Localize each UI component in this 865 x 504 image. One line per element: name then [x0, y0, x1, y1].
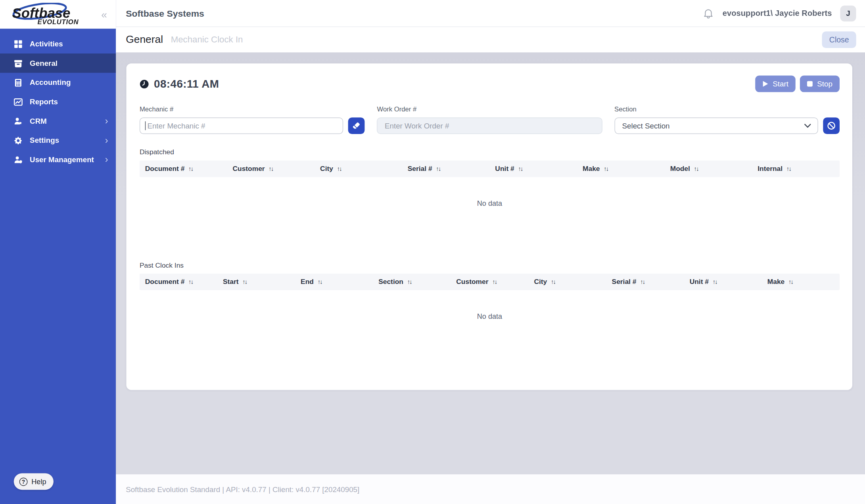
chevron-right-icon: › [105, 155, 108, 165]
work-order-field-group: Work Order # [377, 105, 602, 134]
section-label: Section [614, 105, 840, 113]
sort-icon: ↑↓ [269, 165, 273, 172]
column-header[interactable]: Serial #↑↓ [402, 165, 490, 172]
avatar[interactable]: J [840, 5, 856, 21]
sidebar-item-label: Settings [30, 136, 59, 145]
dispatched-table-header: Document #↑↓ Customer↑↓ City↑↓ Serial #↑… [140, 161, 840, 177]
mechanic-input[interactable] [140, 117, 343, 134]
column-header[interactable]: Customer↑↓ [451, 278, 528, 286]
dispatched-title: Dispatched [140, 148, 840, 156]
dispatched-section: Dispatched Document #↑↓ Customer↑↓ City↑… [140, 148, 840, 229]
close-button[interactable]: Close [822, 31, 856, 48]
top-header: Softbase Systems evosupport1\ Jaycie Rob… [116, 0, 865, 27]
chevron-down-icon [804, 124, 811, 128]
notification-bell-icon[interactable] [702, 7, 714, 19]
header-right: evosupport1\ Jaycie Roberts J [702, 5, 856, 21]
logo-area: Softbase EVOLUTION « [0, 0, 116, 29]
eraser-icon [352, 121, 361, 130]
column-header[interactable]: Document #↑↓ [140, 165, 227, 172]
sort-icon: ↑↓ [407, 278, 412, 285]
version-info: Softbase Evolution Standard | API: v4.0.… [126, 485, 359, 493]
sidebar-item-settings[interactable]: Settings › [0, 131, 116, 150]
past-clock-ins-empty-state: No data [140, 290, 840, 343]
work-order-label: Work Order # [377, 105, 602, 113]
column-header[interactable]: City↑↓ [315, 165, 402, 172]
column-header[interactable]: Start↑↓ [217, 278, 295, 286]
column-header[interactable]: Internal↑↓ [752, 165, 840, 172]
softbase-logo: Softbase EVOLUTION [11, 3, 87, 26]
mechanic-field-group: Mechanic # [140, 105, 365, 134]
sort-icon: ↑↓ [436, 165, 440, 172]
ban-icon [827, 121, 836, 130]
sort-icon: ↑↓ [188, 278, 193, 285]
column-header[interactable]: City↑↓ [529, 278, 606, 286]
footer: Softbase Evolution Standard | API: v4.0.… [116, 474, 865, 504]
chart-icon [13, 97, 23, 107]
app-window: Softbase EVOLUTION « Activities General [0, 0, 865, 504]
sort-icon: ↑↓ [492, 278, 497, 285]
user-menu[interactable]: evosupport1\ Jaycie Roberts [723, 9, 832, 17]
column-header[interactable]: Unit #↑↓ [489, 165, 577, 172]
sidebar-item-reports[interactable]: Reports [0, 92, 116, 111]
sidebar-item-accounting[interactable]: Accounting [0, 73, 116, 92]
stop-label: Stop [817, 80, 832, 88]
help-label: Help [31, 477, 46, 486]
sidebar-item-activities[interactable]: Activities [0, 34, 116, 54]
start-label: Start [773, 80, 788, 88]
mechanic-label: Mechanic # [140, 105, 365, 113]
help-button[interactable]: ? Help [14, 473, 54, 490]
sort-icon: ↑↓ [788, 278, 793, 285]
chevron-right-icon: › [105, 116, 108, 126]
sidebar-item-label: CRM [30, 117, 47, 125]
archive-icon [13, 58, 23, 68]
sidebar: Softbase EVOLUTION « Activities General [0, 0, 116, 504]
sort-icon: ↑↓ [188, 165, 193, 172]
user-shield-icon [13, 155, 23, 165]
stop-button[interactable]: Stop [800, 76, 840, 92]
section-select[interactable]: Select Section [614, 117, 818, 134]
sidebar-item-label: Accounting [30, 79, 71, 87]
sort-icon: ↑↓ [694, 165, 698, 172]
sort-icon: ↑↓ [318, 278, 322, 285]
sort-icon: ↑↓ [604, 165, 608, 172]
sidebar-item-label: Reports [30, 98, 58, 106]
app-title: Softbase Systems [126, 8, 204, 18]
clock-in-form: Mechanic # Work Order # [140, 105, 840, 134]
sidebar-collapse-icon[interactable]: « [99, 8, 109, 21]
column-header[interactable]: Customer↑↓ [227, 165, 315, 172]
clear-mechanic-button[interactable] [348, 117, 365, 134]
question-circle-icon: ? [19, 477, 28, 486]
sidebar-item-general[interactable]: General [0, 54, 116, 73]
column-header[interactable]: Serial #↑↓ [606, 278, 684, 286]
section-select-value: Select Section [622, 122, 670, 130]
column-header[interactable]: Section↑↓ [373, 278, 451, 286]
column-header[interactable]: End↑↓ [295, 278, 373, 286]
column-header[interactable]: Document #↑↓ [140, 278, 217, 286]
column-header[interactable]: Make↑↓ [762, 278, 840, 286]
cancel-section-button[interactable] [823, 117, 840, 134]
column-header[interactable]: Make↑↓ [577, 165, 665, 172]
column-header[interactable]: Unit #↑↓ [684, 278, 762, 286]
gear-icon [13, 136, 23, 145]
work-order-input[interactable] [377, 117, 602, 134]
dispatched-empty-state: No data [140, 177, 840, 229]
breadcrumb-section: General [126, 34, 163, 46]
content-area: 08:46:11 AM Start Stop Mechanic # [116, 52, 865, 474]
breadcrumb-page: Mechanic Clock In [171, 35, 243, 45]
sidebar-nav: Activities General Accounting Reports [0, 29, 116, 169]
sidebar-item-user-management[interactable]: User Management › [0, 150, 116, 169]
past-clock-ins-table-header: Document #↑↓ Start↑↓ End↑↓ Section↑↓ Cus… [140, 274, 840, 290]
sidebar-item-label: General [30, 59, 58, 67]
text-caret [145, 121, 146, 130]
crm-user-icon [13, 116, 23, 126]
sort-icon: ↑↓ [713, 278, 717, 285]
past-clock-ins-section: Past Clock Ins Document #↑↓ Start↑↓ End↑… [140, 261, 840, 342]
clock-row: 08:46:11 AM Start Stop [140, 76, 840, 92]
start-button[interactable]: Start [755, 76, 796, 92]
clock-actions: Start Stop [755, 76, 840, 92]
sort-icon: ↑↓ [337, 165, 341, 172]
column-header[interactable]: Model↑↓ [665, 165, 752, 172]
section-field-group: Section Select Section [614, 105, 840, 134]
sidebar-item-crm[interactable]: CRM › [0, 111, 116, 131]
calculator-icon [13, 78, 23, 87]
